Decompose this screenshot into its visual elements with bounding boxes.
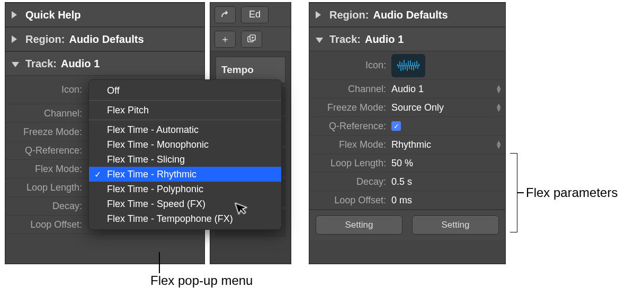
channel-value: Audio 1 [391, 84, 424, 95]
track-section[interactable]: Track: Audio 1 [5, 51, 204, 76]
qref-checkbox[interactable]: ✓ [391, 121, 401, 131]
stepper-icon[interactable]: ▲▼ [495, 103, 502, 112]
freeze-value: Source Only [391, 102, 444, 113]
track-value: Audio 1 [61, 58, 100, 70]
menu-separator [89, 120, 281, 120]
icon-label: Icon: [5, 84, 87, 95]
loopoff-label: Loop Offset: [309, 195, 391, 206]
setting-button[interactable]: Setting [412, 216, 499, 235]
tempo-label: Tempo [221, 64, 254, 76]
region-value: Audio Defaults [373, 9, 448, 21]
looplen-label: Loop Length: [309, 158, 391, 169]
menu-item-label: Flex Time - Rhythmic [107, 169, 196, 180]
disclosure-right-icon [316, 9, 325, 21]
disclosure-down-icon [316, 33, 325, 46]
region-label: Region: [25, 33, 65, 46]
row-qref[interactable]: Q-Reference: ✓ [309, 117, 505, 136]
plus-icon: ＋ [220, 33, 230, 46]
row-freeze[interactable]: Freeze Mode: Source Only ▲▼ [309, 98, 505, 117]
flex-label: Flex Mode: [5, 164, 87, 175]
row-loopoff[interactable]: Loop Offset: 0 ms [309, 191, 505, 210]
region-section[interactable]: Region: Audio Defaults [309, 3, 505, 27]
track-section[interactable]: Track: Audio 1 [309, 27, 505, 51]
inspector-right: Region: Audio Defaults Track: Audio 1 Ic… [309, 2, 506, 264]
menu-item-off[interactable]: Off [89, 83, 281, 98]
flex-label: Flex Mode: [309, 139, 391, 150]
menu-item-monophonic[interactable]: Flex Time - Monophonic [89, 137, 281, 152]
menu-item-automatic[interactable]: Flex Time - Automatic [89, 122, 281, 137]
row-decay[interactable]: Decay: 0.5 s [309, 173, 505, 191]
track-label: Track: [329, 33, 361, 46]
menu-item-flex-pitch[interactable]: Flex Pitch [89, 103, 281, 118]
loopoff-value: 0 ms [391, 195, 412, 206]
quick-help-title: Quick Help [25, 9, 80, 21]
track-label: Track: [25, 58, 57, 70]
region-value: Audio Defaults [69, 33, 144, 46]
disclosure-right-icon [12, 33, 21, 46]
track-icon-chip[interactable] [391, 54, 425, 77]
region-label: Region: [329, 9, 369, 21]
decay-label: Decay: [5, 201, 87, 212]
region-section[interactable]: Region: Audio Defaults [5, 27, 204, 51]
menu-item-tempophone[interactable]: Flex Time - Tempophone (FX) [89, 211, 281, 226]
track-value: Audio 1 [365, 33, 404, 46]
duplicate-button[interactable] [241, 31, 262, 48]
edit-button[interactable]: Ed [241, 6, 269, 23]
setting-button[interactable]: Setting [316, 216, 402, 235]
disclosure-right-icon [12, 9, 21, 21]
freeze-label: Freeze Mode: [5, 127, 87, 138]
row-channel[interactable]: Channel: Audio 1 ▲▼ [309, 80, 505, 98]
menu-item-speed[interactable]: Flex Time - Speed (FX) [89, 196, 281, 211]
duplicate-icon [246, 34, 257, 44]
callout-params: Flex parameters [526, 185, 618, 200]
flex-popup-menu[interactable]: Off Flex Pitch Flex Time - Automatic Fle… [88, 79, 282, 230]
flex-value: Rhythmic [391, 139, 431, 150]
row-icon[interactable]: Icon: [309, 51, 505, 80]
looplen-value: 50 % [391, 158, 413, 169]
track-params-right: Icon: Channel: Audio 1 ▲▼ Freeze Mode: S… [309, 51, 505, 210]
callout-bracket [510, 153, 517, 232]
toolbar-row1: Ed [210, 3, 291, 27]
menu-separator [89, 100, 281, 101]
icon-label: Icon: [309, 60, 391, 71]
quick-help-section[interactable]: Quick Help [5, 3, 204, 27]
menu-item-rhythmic[interactable]: ✓ Flex Time - Rhythmic [89, 167, 281, 182]
looplen-label: Loop Length: [5, 182, 87, 193]
channel-label: Channel: [5, 108, 87, 119]
disclosure-down-icon [12, 58, 21, 70]
callout-text: Flex parameters [526, 185, 618, 200]
stepper-icon[interactable]: ▲▼ [495, 140, 502, 149]
menu-item-polyphonic[interactable]: Flex Time - Polyphonic [89, 182, 281, 196]
decay-label: Decay: [309, 176, 391, 187]
stepper-icon[interactable]: ▲▼ [495, 85, 502, 93]
callout-line [159, 252, 160, 273]
back-curve-button[interactable] [214, 6, 236, 23]
settings-row: Setting Setting [309, 210, 505, 240]
loopoff-label: Loop Offset: [5, 219, 87, 230]
qref-label: Q-Reference: [5, 145, 87, 156]
check-icon: ✓ [94, 169, 101, 180]
row-flexmode[interactable]: Flex Mode: Rhythmic ▲▼ [309, 136, 505, 154]
qref-label: Q-Reference: [309, 121, 391, 132]
menu-item-slicing[interactable]: Flex Time - Slicing [89, 152, 281, 167]
decay-value: 0.5 s [391, 176, 412, 187]
toolbar-row2: ＋ [210, 27, 291, 51]
callout-line [517, 192, 524, 193]
freeze-label: Freeze Mode: [309, 102, 391, 113]
callout-text: Flex pop-up menu [150, 273, 253, 288]
add-button[interactable]: ＋ [214, 31, 236, 48]
waveform-icon [397, 59, 420, 73]
row-looplen[interactable]: Loop Length: 50 % [309, 154, 505, 173]
channel-label: Channel: [309, 84, 391, 95]
callout-popup: Flex pop-up menu [150, 273, 253, 288]
